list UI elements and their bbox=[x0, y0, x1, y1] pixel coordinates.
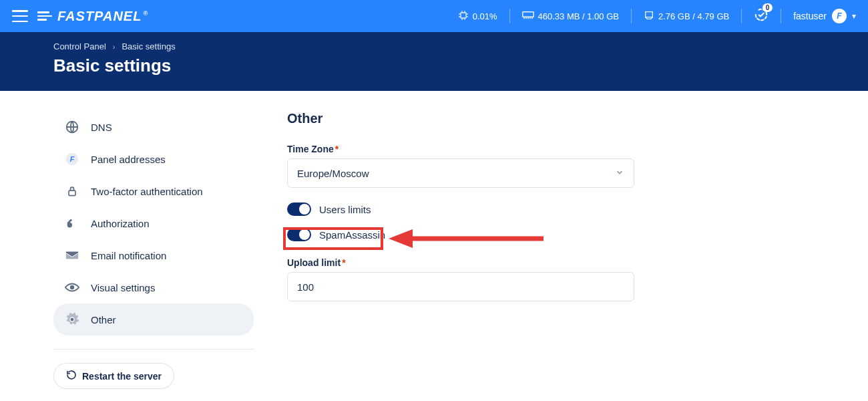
topbar: FASTPANEL® 0.01% 460.33 MB / 1.00 GB 2.7… bbox=[0, 0, 868, 32]
sidenav-item-email-notification[interactable]: Email notification bbox=[53, 239, 254, 271]
cpu-value: 0.01% bbox=[473, 11, 497, 21]
sidenav-label: Two-factor authentication bbox=[91, 186, 203, 197]
upload-limit-value: 100 bbox=[297, 281, 314, 293]
settings-sidenav: DNS F Panel addresses Two-factor authent… bbox=[53, 111, 254, 389]
spamassassin-toggle[interactable] bbox=[287, 228, 311, 241]
gear-icon bbox=[64, 311, 80, 327]
sidenav-label: Panel addresses bbox=[91, 154, 166, 165]
disk-value: 2.76 GB / 4.79 GB bbox=[658, 11, 729, 21]
menu-toggle[interactable] bbox=[12, 10, 28, 22]
spamassassin-label: SpamAssassin bbox=[319, 229, 385, 241]
avatar: F bbox=[832, 9, 847, 23]
brand-icon bbox=[37, 11, 52, 21]
mail-icon bbox=[64, 247, 80, 263]
page-title: Basic settings bbox=[53, 55, 815, 76]
lock-icon bbox=[64, 183, 80, 199]
disk-metric[interactable]: 2.76 GB / 4.79 GB bbox=[644, 10, 729, 23]
sidenav-item-visual-settings[interactable]: Visual settings bbox=[53, 271, 254, 303]
user-menu[interactable]: fastuser F ▾ bbox=[793, 9, 856, 23]
restart-icon bbox=[66, 370, 77, 382]
users-limits-label: Users limits bbox=[319, 204, 371, 215]
sidenav-item-panel-addresses[interactable]: F Panel addresses bbox=[53, 143, 254, 175]
chevron-right-icon: › bbox=[113, 43, 116, 51]
breadcrumb: Control Panel › Basic settings bbox=[53, 41, 815, 51]
globe-icon bbox=[64, 119, 80, 135]
settings-form: Other Time Zone* Europe/Moscow Users lim… bbox=[287, 111, 634, 389]
svg-rect-5 bbox=[69, 190, 75, 196]
restart-label: Restart the server bbox=[82, 371, 162, 382]
ram-icon bbox=[522, 11, 534, 22]
svg-rect-1 bbox=[522, 11, 533, 17]
sidenav-label: DNS bbox=[91, 122, 112, 133]
sidenav-item-other[interactable]: Other bbox=[53, 303, 254, 336]
eye-icon bbox=[64, 279, 80, 295]
sidenav-label: Authorization bbox=[91, 218, 150, 229]
timezone-value: Europe/Moscow bbox=[297, 168, 369, 179]
users-limits-toggle[interactable] bbox=[287, 203, 311, 216]
key-icon bbox=[64, 215, 80, 231]
sidenav-label: Other bbox=[91, 314, 116, 325]
brand-text: FASTPANEL® bbox=[57, 9, 148, 24]
restart-server-button[interactable]: Restart the server bbox=[53, 363, 174, 389]
page-header: Control Panel › Basic settings Basic set… bbox=[0, 32, 868, 91]
sidenav-item-dns[interactable]: DNS bbox=[53, 111, 254, 143]
upload-limit-label: Upload limit* bbox=[287, 257, 634, 268]
chevron-down-icon: ▾ bbox=[852, 11, 856, 21]
ram-value: 460.33 MB / 1.00 GB bbox=[538, 11, 619, 21]
sidenav-item-authorization[interactable]: Authorization bbox=[53, 207, 254, 239]
upload-limit-input[interactable]: 100 bbox=[287, 272, 634, 301]
svg-text:F: F bbox=[70, 155, 75, 163]
timezone-label: Time Zone* bbox=[287, 144, 634, 154]
breadcrumb-root[interactable]: Control Panel bbox=[53, 41, 106, 51]
disk-icon bbox=[644, 10, 654, 23]
section-title: Other bbox=[287, 111, 634, 126]
svg-rect-0 bbox=[461, 13, 466, 18]
sidenav-item-two-factor[interactable]: Two-factor authentication bbox=[53, 175, 254, 207]
divider bbox=[53, 349, 254, 350]
cpu-icon bbox=[458, 10, 469, 23]
address-icon: F bbox=[64, 151, 80, 167]
sidenav-label: Visual settings bbox=[91, 282, 155, 293]
cpu-metric[interactable]: 0.01% bbox=[458, 10, 497, 23]
breadcrumb-current: Basic settings bbox=[122, 41, 175, 51]
chevron-down-icon bbox=[615, 168, 624, 179]
brand[interactable]: FASTPANEL® bbox=[37, 9, 148, 24]
notifications[interactable]: 0 bbox=[754, 7, 769, 25]
username: fastuser bbox=[793, 11, 827, 21]
ram-metric[interactable]: 460.33 MB / 1.00 GB bbox=[522, 11, 619, 22]
svg-point-9 bbox=[71, 318, 74, 321]
svg-point-8 bbox=[71, 286, 74, 289]
sidenav-label: Email notification bbox=[91, 250, 166, 261]
notif-count: 0 bbox=[763, 3, 773, 12]
timezone-select[interactable]: Europe/Moscow bbox=[287, 158, 634, 188]
